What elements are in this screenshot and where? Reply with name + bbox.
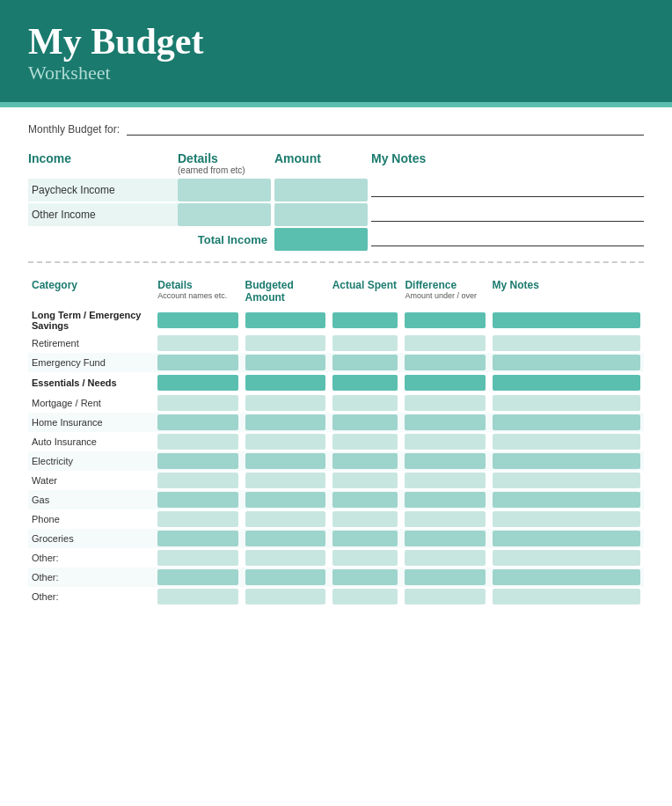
row-actual[interactable]: [329, 333, 402, 353]
table-row: Auto Insurance: [28, 432, 644, 451]
monthly-budget-row: Monthly Budget for:: [28, 123, 644, 136]
table-row: Phone: [28, 509, 644, 529]
income-col-header: Income: [28, 151, 178, 179]
table-row: Home Insurance: [28, 413, 644, 432]
table-row: Other:: [28, 568, 644, 587]
table-row: Emergency Fund: [28, 353, 644, 372]
row-label: Electricity: [28, 451, 154, 471]
paycheck-income-label: Paycheck Income: [28, 179, 178, 202]
section-header-actual[interactable]: [329, 307, 402, 333]
other-amount-cell[interactable]: [274, 203, 371, 226]
section-header-notes[interactable]: [489, 372, 644, 393]
row-details[interactable]: [154, 353, 241, 372]
notes-col-header: My Notes: [371, 151, 644, 179]
main-content: Monthly Budget for: Income Details (earn…: [0, 107, 672, 624]
budget-table: Category Details Account names etc. Budg…: [28, 277, 644, 606]
row-difference[interactable]: [401, 333, 488, 353]
th-notes: My Notes: [489, 277, 644, 307]
table-row: Electricity: [28, 451, 644, 471]
row-label: Other:: [28, 548, 154, 568]
table-row: Essentials / Needs: [28, 372, 644, 393]
row-label: Groceries: [28, 529, 154, 548]
row-label: Other:: [28, 587, 154, 606]
section-header-actual[interactable]: [329, 372, 402, 393]
table-row: Other:: [28, 548, 644, 568]
section-header-difference[interactable]: [401, 307, 488, 333]
th-category: Category: [28, 277, 154, 307]
row-label: Water: [28, 471, 154, 490]
row-label: Home Insurance: [28, 413, 154, 432]
table-row: Groceries: [28, 529, 644, 548]
section-header-label: Essentials / Needs: [28, 372, 154, 393]
notes-header: My Notes: [371, 151, 644, 167]
row-label: Emergency Fund: [28, 353, 154, 372]
section-header-budgeted[interactable]: [242, 307, 329, 333]
page-title: My Budget: [28, 21, 644, 62]
amount-header: Amount: [274, 151, 371, 167]
row-difference[interactable]: [401, 353, 488, 372]
row-label: Gas: [28, 490, 154, 509]
monthly-budget-line[interactable]: [127, 123, 644, 136]
total-income-spacer: [28, 228, 178, 251]
row-label: Retirement: [28, 333, 154, 353]
table-row: Retirement: [28, 333, 644, 353]
th-details: Details Account names etc.: [154, 277, 241, 307]
row-details[interactable]: [154, 333, 241, 353]
row-label: Phone: [28, 509, 154, 529]
details-col-header: Details (earned from etc): [178, 151, 274, 179]
budget-section: Category Details Account names etc. Budg…: [28, 277, 644, 606]
row-actual[interactable]: [329, 353, 402, 372]
income-section: Income Details (earned from etc) Amount …: [28, 151, 644, 253]
section-header-notes[interactable]: [489, 307, 644, 333]
section-header-budgeted[interactable]: [242, 372, 329, 393]
details-sub: (earned from etc): [178, 165, 274, 179]
th-budgeted: Budgeted Amount: [242, 277, 329, 307]
paycheck-amount-cell[interactable]: [274, 179, 371, 202]
section-header-details[interactable]: [154, 307, 241, 333]
table-row: Mortgage / Rent: [28, 393, 644, 413]
amount-col-header: Amount: [274, 151, 371, 179]
income-header: Income: [28, 151, 178, 167]
other-notes-cell: [371, 203, 644, 226]
monthly-budget-label: Monthly Budget for:: [28, 123, 120, 136]
row-budgeted[interactable]: [242, 333, 329, 353]
th-actual: Actual Spent: [329, 277, 402, 307]
paycheck-details-cell[interactable]: [178, 179, 274, 202]
page-subtitle: Worksheet: [28, 62, 644, 84]
row-label: Mortgage / Rent: [28, 393, 154, 413]
section-header-label: Long Term / Emergency Savings: [28, 307, 154, 333]
paycheck-notes-cell: [371, 179, 644, 202]
th-difference: Difference Amount under / over: [401, 277, 488, 307]
other-details-cell[interactable]: [178, 203, 274, 226]
income-grid: Income Details (earned from etc) Amount …: [28, 151, 644, 253]
row-label: Other:: [28, 568, 154, 587]
row-notes[interactable]: [489, 333, 644, 353]
table-row: Long Term / Emergency Savings: [28, 307, 644, 333]
total-income-amount-cell[interactable]: [274, 228, 371, 251]
section-divider: [28, 261, 644, 263]
other-income-label: Other Income: [28, 203, 178, 226]
total-income-notes-cell: [371, 228, 644, 251]
row-budgeted[interactable]: [242, 353, 329, 372]
table-row: Water: [28, 471, 644, 490]
section-header-details[interactable]: [154, 372, 241, 393]
table-row: Gas: [28, 490, 644, 509]
table-row: Other:: [28, 587, 644, 606]
row-notes[interactable]: [489, 353, 644, 372]
section-header-difference[interactable]: [401, 372, 488, 393]
row-label: Auto Insurance: [28, 432, 154, 451]
table-header-row: Category Details Account names etc. Budg…: [28, 277, 644, 307]
total-income-label: Total Income: [178, 228, 274, 251]
page-header: My Budget Worksheet: [0, 0, 672, 102]
